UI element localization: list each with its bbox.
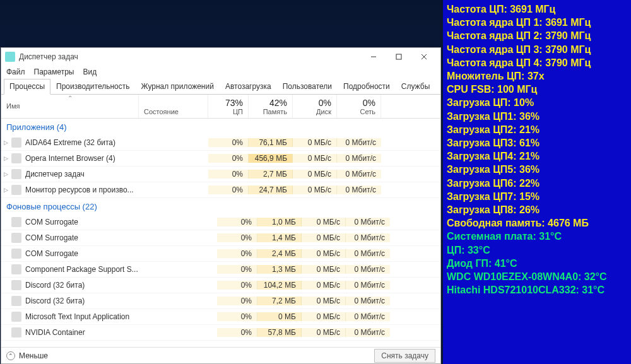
expand-icon[interactable]: ▷: [1, 171, 10, 177]
process-memory: 2,4 МБ: [257, 249, 302, 258]
process-row[interactable]: ▷Монитор ресурсов и произво...0%24,7 МБ0…: [1, 182, 440, 198]
process-cpu: 0%: [217, 249, 257, 258]
process-cpu: 0%: [208, 138, 249, 147]
process-group-header[interactable]: Приложения (4): [1, 119, 440, 135]
process-disk: 0 МБ/с: [293, 138, 337, 147]
process-name: AIDA64 Extreme (32 бита): [25, 138, 139, 147]
col-name[interactable]: ⌃Имя: [1, 95, 139, 118]
process-network: 0 Мбит/с: [346, 233, 390, 242]
col-disk[interactable]: 0%Диск: [293, 95, 337, 118]
process-network: 0 Мбит/с: [346, 265, 390, 274]
process-disk: 0 МБ/с: [302, 249, 346, 258]
process-disk: 0 МБ/с: [293, 154, 337, 163]
process-row[interactable]: Microsoft Text Input Application0%0 МБ0 …: [1, 309, 440, 325]
process-cpu: 0%: [208, 170, 249, 179]
process-row[interactable]: COM Surrogate0%1,0 МБ0 МБ/с0 Мбит/с: [1, 214, 440, 230]
osd-line: Hitachi HDS721010CLA332: 31°C: [447, 283, 627, 296]
process-network: 0 Мбит/с: [337, 154, 381, 163]
column-header-row: ⌃Имя Состояние 73%ЦП 42%Память 0%Диск 0%…: [1, 95, 440, 119]
osd-overlay: Частота ЦП: 3691 МГцЧастота ядра ЦП 1: 3…: [443, 0, 631, 364]
process-memory: 1,0 МБ: [257, 218, 302, 226]
osd-line: Частота ядра ЦП 4: 3790 МГц: [447, 56, 627, 69]
process-name: Диспетчер задач: [25, 170, 139, 179]
osd-line: Загрузка ЦП5: 36%: [447, 163, 627, 176]
osd-line: Загрузка ЦП3: 61%: [447, 136, 627, 150]
process-memory: 1,3 МБ: [257, 265, 302, 274]
process-row[interactable]: ▷Диспетчер задач0%2,7 МБ0 МБ/с0 Мбит/с: [1, 167, 440, 182]
menu-item[interactable]: Параметры: [34, 68, 74, 76]
osd-line: ЦП: 33°C: [447, 244, 627, 257]
window-title: Диспетчер задач: [19, 52, 361, 61]
process-row[interactable]: NVIDIA Container0%57,8 МБ0 МБ/с0 Мбит/с: [1, 325, 440, 341]
tab[interactable]: Процессы: [4, 79, 50, 95]
osd-line: Частота ядра ЦП 3: 3790 МГц: [447, 43, 627, 56]
process-row[interactable]: Discord (32 бита)0%104,2 МБ0 МБ/с0 Мбит/…: [1, 278, 440, 293]
footer-bar: ⌃ Меньше Снять задачу: [1, 347, 440, 363]
process-cpu: 0%: [217, 233, 257, 242]
process-name: COM Surrogate: [25, 218, 148, 226]
expand-icon[interactable]: ▷: [1, 139, 10, 146]
process-disk: 0 МБ/с: [302, 265, 346, 274]
process-name: Discord (32 бита): [25, 281, 148, 290]
process-name: Монитор ресурсов и произво...: [25, 185, 139, 194]
task-manager-window: Диспетчер задач ФайлПараметрыВид Процесс…: [1, 47, 441, 364]
end-task-button[interactable]: Снять задачу: [374, 349, 435, 363]
process-icon: [11, 169, 21, 179]
process-icon: [11, 327, 21, 338]
process-memory: 2,7 МБ: [249, 170, 293, 179]
tab[interactable]: Производительность: [50, 79, 135, 95]
process-network: 0 Мбит/с: [346, 296, 390, 305]
tab[interactable]: Журнал приложений: [136, 79, 220, 95]
osd-line: Загрузка ЦП1: 36%: [447, 110, 627, 123]
process-disk: 0 МБ/с: [302, 233, 346, 242]
tab[interactable]: Службы: [396, 79, 435, 95]
maximize-button[interactable]: [386, 49, 411, 64]
tab[interactable]: Подробности: [338, 79, 396, 95]
col-cpu[interactable]: 73%ЦП: [208, 95, 249, 118]
process-cpu: 0%: [208, 154, 249, 163]
process-list[interactable]: Приложения (4)▷AIDA64 Extreme (32 бита)0…: [1, 119, 440, 347]
expand-icon[interactable]: ▷: [1, 155, 10, 161]
process-disk: 0 МБ/с: [302, 328, 346, 337]
process-cpu: 0%: [217, 328, 257, 337]
process-row[interactable]: COM Surrogate0%2,4 МБ0 МБ/с0 Мбит/с: [1, 246, 440, 262]
osd-line: Частота ядра ЦП 2: 3790 МГц: [447, 29, 627, 42]
process-name: COM Surrogate: [25, 233, 148, 242]
process-memory: 104,2 МБ: [257, 281, 302, 290]
titlebar[interactable]: Диспетчер задач: [1, 48, 440, 66]
menu-item[interactable]: Вид: [83, 68, 97, 76]
process-row[interactable]: Discord (32 бита)0%7,2 МБ0 МБ/с0 Мбит/с: [1, 293, 440, 309]
tab[interactable]: Автозагрузка: [220, 79, 277, 95]
osd-line: CPU FSB: 100 МГц: [447, 83, 627, 96]
process-group-header[interactable]: Фоновые процессы (22): [1, 198, 440, 214]
osd-line: WDC WD10EZEX-08WN4A0: 32°C: [447, 270, 627, 283]
process-cpu: 0%: [217, 281, 257, 290]
process-disk: 0 МБ/с: [293, 170, 337, 179]
tab[interactable]: Пользователи: [277, 79, 338, 95]
process-row[interactable]: ▷Opera Internet Browser (4)0%456,9 МБ0 М…: [1, 151, 440, 167]
process-memory: 1,4 МБ: [257, 233, 302, 242]
process-memory: 57,8 МБ: [257, 328, 302, 337]
process-cpu: 0%: [217, 218, 257, 226]
menubar: ФайлПараметрыВид: [1, 66, 440, 78]
process-memory: 24,7 МБ: [249, 185, 293, 194]
process-network: 0 Мбит/с: [346, 328, 390, 337]
close-button[interactable]: [411, 49, 437, 64]
fewer-details-button[interactable]: ⌃ Меньше: [6, 351, 374, 360]
process-row[interactable]: ▷AIDA64 Extreme (32 бита)0%76,1 МБ0 МБ/с…: [1, 135, 440, 151]
col-network[interactable]: 0%Сеть: [337, 95, 381, 118]
process-row[interactable]: COM Surrogate0%1,4 МБ0 МБ/с0 Мбит/с: [1, 230, 440, 246]
process-icon: [11, 185, 21, 195]
expand-icon[interactable]: ▷: [1, 187, 10, 193]
process-disk: 0 МБ/с: [302, 296, 346, 305]
col-state[interactable]: Состояние: [139, 95, 208, 118]
process-name: Component Package Support S...: [25, 265, 148, 274]
osd-line: Множитель ЦП: 37x: [447, 69, 627, 83]
menu-item[interactable]: Файл: [6, 68, 25, 76]
process-icon: [11, 296, 21, 306]
process-icon: [11, 312, 21, 322]
process-row[interactable]: Component Package Support S...0%1,3 МБ0 …: [1, 262, 440, 278]
col-memory[interactable]: 42%Память: [249, 95, 293, 118]
process-name: COM Surrogate: [25, 249, 148, 258]
minimize-button[interactable]: [361, 49, 386, 64]
